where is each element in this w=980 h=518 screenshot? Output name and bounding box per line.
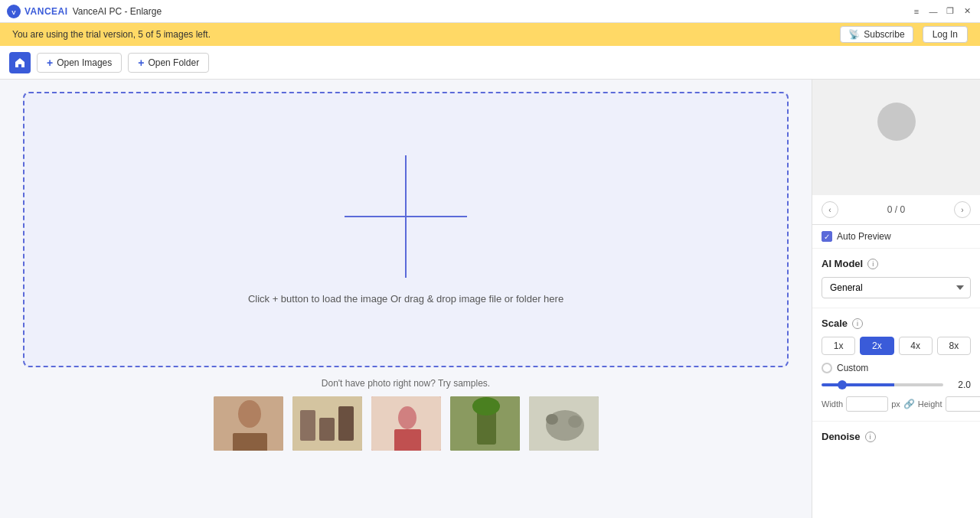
- preview-avatar: [877, 103, 916, 141]
- svg-point-10: [398, 406, 416, 429]
- sample-1[interactable]: [212, 395, 285, 452]
- settings-button[interactable]: ≡: [910, 5, 923, 18]
- side-panel: ‹ 0 / 0 › ✓ Auto Preview AI Model i Gene…: [812, 80, 980, 518]
- sample-img-svg-4: [450, 395, 520, 452]
- login-button[interactable]: Log In: [923, 26, 968, 43]
- subscribe-icon: 📡: [848, 29, 860, 40]
- height-input[interactable]: [946, 396, 980, 412]
- svg-rect-4: [233, 433, 267, 452]
- svg-point-17: [546, 414, 558, 425]
- dimension-row: Width px 🔗 Height px: [822, 396, 971, 412]
- ai-model-info-icon[interactable]: i: [867, 259, 878, 269]
- auto-preview-row: ✓ Auto Preview: [812, 225, 980, 249]
- svg-point-18: [568, 415, 582, 428]
- samples-section: Don't have photo right now? Try samples.: [212, 378, 600, 452]
- open-images-button[interactable]: + Open Images: [37, 53, 122, 73]
- sample-img-svg-1: [214, 395, 283, 452]
- open-folder-button[interactable]: + Open Folder: [128, 53, 209, 73]
- drop-zone[interactable]: Click + button to load the image Or drag…: [23, 92, 789, 367]
- ai-model-header: AI Model i: [822, 258, 971, 269]
- trial-actions: 📡 Subscribe Log In: [840, 26, 968, 43]
- prev-image-button[interactable]: ‹: [822, 201, 838, 218]
- denoise-info-icon[interactable]: i: [865, 432, 876, 442]
- sample-3[interactable]: [370, 395, 443, 452]
- image-counter: 0 / 0: [887, 204, 905, 215]
- cross-vertical: [405, 155, 407, 278]
- auto-preview-label: Auto Preview: [837, 231, 891, 242]
- width-unit: px: [891, 399, 900, 409]
- auto-preview-checkbox[interactable]: ✓: [822, 231, 832, 242]
- sample-image-1: [214, 396, 283, 451]
- scale-1x-button[interactable]: 1x: [822, 337, 855, 355]
- main-layout: Click + button to load the image Or drag…: [0, 80, 980, 518]
- plus-icon: +: [47, 57, 53, 69]
- trial-banner: You are using the trial version, 5 of 5 …: [0, 23, 980, 46]
- sample-image-3: [371, 396, 441, 451]
- denoise-section: Denoise i: [812, 422, 980, 459]
- preview-nav: ‹ 0 / 0 ›: [812, 195, 980, 224]
- scale-info-icon[interactable]: i: [852, 318, 863, 329]
- window-title: VanceAI PC - Enlarge: [73, 6, 162, 17]
- link-dimensions-icon[interactable]: 🔗: [903, 399, 915, 409]
- slider-row: 2.0: [822, 380, 971, 390]
- app-logo: V VANCEAI: [6, 4, 68, 19]
- open-images-label: Open Images: [57, 57, 112, 68]
- checkmark-icon: ✓: [824, 233, 830, 241]
- width-input[interactable]: [846, 396, 888, 412]
- sample-img-svg-5: [529, 395, 599, 452]
- preview-area: ‹ 0 / 0 ›: [812, 80, 980, 225]
- svg-rect-8: [338, 406, 354, 441]
- open-folder-label: Open Folder: [148, 57, 199, 68]
- home-button[interactable]: [9, 52, 31, 73]
- ai-model-select[interactable]: General Portrait Text Art: [822, 277, 971, 298]
- drop-cross-icon: [345, 155, 467, 278]
- plus-icon-folder: +: [138, 57, 144, 69]
- samples-row: [212, 395, 600, 452]
- scale-2x-button[interactable]: 2x: [860, 337, 893, 355]
- sample-5[interactable]: [528, 395, 600, 452]
- svg-text:V: V: [11, 9, 16, 16]
- sample-image-2: [292, 396, 362, 451]
- next-image-button[interactable]: ›: [954, 201, 971, 218]
- minimize-button[interactable]: —: [926, 5, 940, 18]
- trial-message: You are using the trial version, 5 of 5 …: [12, 29, 211, 40]
- svg-rect-7: [319, 418, 335, 441]
- scale-header: Scale i: [822, 318, 971, 329]
- sample-img-svg-3: [371, 395, 441, 452]
- logo-text: VANCEAI: [24, 6, 68, 17]
- scale-slider[interactable]: [822, 383, 943, 386]
- svg-rect-6: [300, 410, 315, 441]
- sample-2[interactable]: [291, 395, 364, 452]
- custom-label: Custom: [837, 363, 868, 373]
- samples-label: Don't have photo right now? Try samples.: [212, 378, 600, 389]
- custom-row: Custom: [822, 363, 971, 373]
- sample-image-4: [450, 396, 520, 451]
- svg-rect-11: [394, 429, 421, 452]
- vanceai-logo-icon: V: [6, 4, 21, 19]
- scale-title: Scale: [822, 318, 848, 329]
- denoise-header: Denoise i: [822, 431, 971, 442]
- home-icon: [15, 57, 25, 68]
- scale-4x-button[interactable]: 4x: [899, 337, 933, 355]
- close-button[interactable]: ✕: [960, 5, 974, 18]
- sample-4[interactable]: [449, 395, 521, 452]
- title-bar: V VANCEAI VanceAI PC - Enlarge ≡ — ❐ ✕: [0, 0, 980, 23]
- sample-image-5: [529, 396, 599, 451]
- width-label: Width: [822, 399, 843, 409]
- canvas-area: Click + button to load the image Or drag…: [0, 80, 812, 518]
- window-controls: ≡ — ❐ ✕: [910, 5, 974, 18]
- ai-model-section: AI Model i General Portrait Text Art: [812, 249, 980, 308]
- toolbar: + Open Images + Open Folder: [0, 46, 980, 80]
- sample-img-svg-2: [292, 395, 362, 452]
- svg-point-14: [472, 397, 500, 415]
- subscribe-button[interactable]: 📡 Subscribe: [840, 26, 913, 43]
- svg-point-3: [238, 400, 261, 428]
- height-label: Height: [918, 399, 942, 409]
- scale-8x-button[interactable]: 8x: [937, 337, 971, 355]
- maximize-button[interactable]: ❐: [943, 5, 957, 18]
- drop-instruction-text: Click + button to load the image Or drag…: [248, 293, 564, 305]
- subscribe-label: Subscribe: [864, 29, 904, 40]
- scale-section: Scale i 1x 2x 4x 8x Custom 2.0 Width px: [812, 308, 980, 422]
- custom-radio[interactable]: [822, 363, 832, 373]
- denoise-title: Denoise: [822, 431, 861, 442]
